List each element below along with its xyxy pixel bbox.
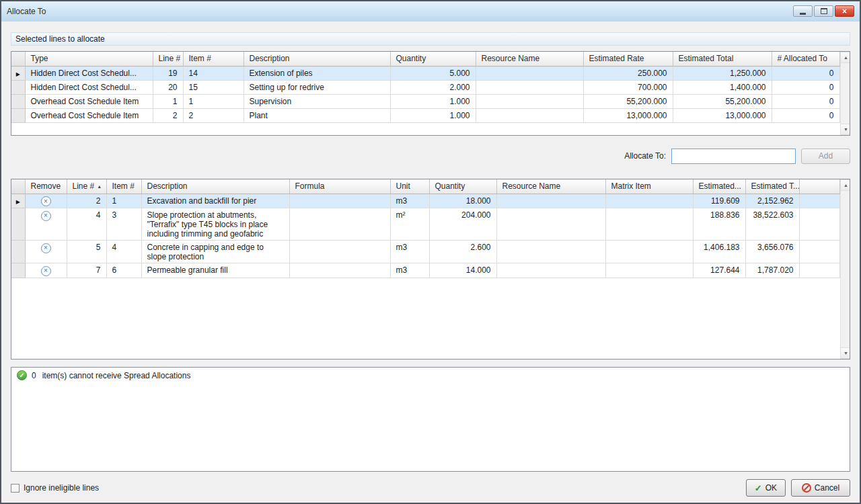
cell-line[interactable]: 2 <box>67 194 106 208</box>
title-bar[interactable]: Allocate To × <box>1 1 860 22</box>
cell-description[interactable]: Slope protection at abutments, "Terrafix… <box>141 208 289 241</box>
cell-unit[interactable]: m² <box>390 208 429 241</box>
cell-line[interactable]: 19 <box>153 66 183 80</box>
ok-button[interactable]: ✓ OK <box>746 479 786 497</box>
ignore-ineligible-checkbox[interactable] <box>11 484 20 493</box>
cell-quantity[interactable]: 2.000 <box>390 80 476 94</box>
row-selector-cell[interactable]: ▶ <box>11 194 25 208</box>
cell-item[interactable]: 14 <box>183 66 244 80</box>
cell-allocated[interactable]: 0 <box>772 94 839 108</box>
column-header-remove[interactable]: Remove <box>25 179 67 194</box>
cell-description[interactable]: Extension of piles <box>244 66 390 80</box>
column-header-resource[interactable]: Resource Name <box>476 52 583 66</box>
column-header-allocated[interactable]: # Allocated To <box>772 52 839 66</box>
cell-item[interactable]: 2 <box>183 108 244 122</box>
cell-formula[interactable] <box>289 208 390 241</box>
minimize-button[interactable] <box>793 5 813 17</box>
column-header-quantity[interactable]: Quantity <box>429 179 496 194</box>
cell-description[interactable]: Setting up for redrive <box>244 80 390 94</box>
cell-remove[interactable]: × <box>25 241 67 263</box>
row-selector-cell[interactable] <box>11 94 25 108</box>
column-header-unit[interactable]: Unit <box>390 179 429 194</box>
table-row[interactable]: × 5 4 Concrete in capping and edge to sl… <box>11 241 839 263</box>
cell-est-rate[interactable]: 1,406.183 <box>693 241 745 263</box>
cell-matrix[interactable] <box>605 263 693 278</box>
cell-item[interactable]: 1 <box>106 194 141 208</box>
column-header-resource[interactable]: Resource Name <box>496 179 605 194</box>
cancel-button[interactable]: Cancel <box>791 479 850 497</box>
cell-description[interactable]: Supervision <box>244 94 390 108</box>
column-header-rate[interactable]: Estimated Rate <box>583 52 673 66</box>
close-button[interactable]: × <box>835 5 854 17</box>
scroll-up-button[interactable]: ▲ <box>840 52 850 63</box>
cell-resource[interactable] <box>496 194 605 208</box>
cell-rate[interactable]: 700.000 <box>583 80 673 94</box>
cell-type[interactable]: Hidden Direct Cost Schedul... <box>25 80 153 94</box>
cell-est-total[interactable]: 3,656.076 <box>745 241 799 263</box>
remove-icon[interactable]: × <box>41 243 51 253</box>
cell-matrix[interactable] <box>605 194 693 208</box>
cell-total[interactable]: 1,400.000 <box>673 80 772 94</box>
row-selector-cell[interactable] <box>11 208 25 241</box>
column-header-est-rate[interactable]: Estimated... <box>693 179 745 194</box>
scroll-down-button[interactable]: ▼ <box>840 124 850 135</box>
ignore-ineligible-control[interactable]: Ignore ineligible lines <box>11 483 99 493</box>
row-selector-cell[interactable]: ▶ <box>11 66 25 80</box>
cell-remove[interactable]: × <box>25 208 67 241</box>
remove-icon[interactable]: × <box>41 266 51 276</box>
cell-matrix[interactable] <box>605 208 693 241</box>
cell-item[interactable]: 1 <box>183 94 244 108</box>
scroll-down-button[interactable]: ▼ <box>840 347 850 359</box>
cell-allocated[interactable]: 0 <box>772 108 839 122</box>
column-header-est-total[interactable]: Estimated T... <box>745 179 799 194</box>
column-header-item[interactable]: Item # <box>106 179 141 194</box>
cell-resource[interactable] <box>496 241 605 263</box>
allocate-to-input[interactable] <box>671 149 796 164</box>
cell-type[interactable]: Overhead Cost Schedule Item <box>25 94 153 108</box>
cell-est-rate[interactable]: 119.609 <box>693 194 745 208</box>
column-header-total[interactable]: Estimated Total <box>673 52 772 66</box>
table-row[interactable]: Overhead Cost Schedule Item 2 2 Plant 1.… <box>11 108 839 122</box>
cell-formula[interactable] <box>289 241 390 263</box>
cell-est-total[interactable]: 38,522.603 <box>745 208 799 241</box>
remove-icon[interactable]: × <box>41 196 51 206</box>
cell-description[interactable]: Plant <box>244 108 390 122</box>
cell-item[interactable]: 6 <box>106 263 141 278</box>
cell-matrix[interactable] <box>605 241 693 263</box>
row-selector-cell[interactable] <box>11 241 25 263</box>
column-header-matrix[interactable]: Matrix Item <box>605 179 693 194</box>
cell-unit[interactable]: m3 <box>390 263 429 278</box>
column-header-description[interactable]: Description <box>141 179 289 194</box>
cell-remove[interactable]: × <box>25 263 67 278</box>
cell-quantity[interactable]: 2.600 <box>429 241 496 263</box>
cell-total[interactable]: 13,000.000 <box>673 108 772 122</box>
cell-quantity[interactable]: 5.000 <box>390 66 476 80</box>
cell-resource[interactable] <box>476 66 583 80</box>
cell-line[interactable]: 7 <box>67 263 106 278</box>
column-header-line[interactable]: Line #▲ <box>67 179 106 194</box>
cell-remove[interactable]: × <box>25 194 67 208</box>
add-button[interactable]: Add <box>801 149 850 164</box>
row-selector-cell[interactable] <box>11 80 25 94</box>
cell-allocated[interactable]: 0 <box>772 66 839 80</box>
column-header-type[interactable]: Type <box>25 52 153 66</box>
column-header-quantity[interactable]: Quantity <box>390 52 476 66</box>
cell-est-total[interactable]: 2,152.962 <box>745 194 799 208</box>
cell-quantity[interactable]: 14.000 <box>429 263 496 278</box>
cell-quantity[interactable]: 18.000 <box>429 194 496 208</box>
cell-unit[interactable]: m3 <box>390 241 429 263</box>
cell-est-total[interactable]: 1,787.020 <box>745 263 799 278</box>
table-row[interactable]: ▶ Hidden Direct Cost Schedul... 19 14 Ex… <box>11 66 839 80</box>
row-selector-cell[interactable] <box>11 108 25 122</box>
cell-line[interactable]: 4 <box>67 208 106 241</box>
cell-line[interactable]: 1 <box>153 94 183 108</box>
table-row[interactable]: × 7 6 Permeable granular fill m3 14.000 … <box>11 263 839 278</box>
column-header-item[interactable]: Item # <box>183 52 244 66</box>
column-header-formula[interactable]: Formula <box>289 179 390 194</box>
table-row[interactable]: ▶ × 2 1 Excavation and backfill for pier… <box>11 194 839 208</box>
cell-rate[interactable]: 55,200.000 <box>583 94 673 108</box>
cell-description[interactable]: Excavation and backfill for pier <box>141 194 289 208</box>
cell-type[interactable]: Hidden Direct Cost Schedul... <box>25 66 153 80</box>
cell-type[interactable]: Overhead Cost Schedule Item <box>25 108 153 122</box>
table-row[interactable]: Overhead Cost Schedule Item 1 1 Supervis… <box>11 94 839 108</box>
